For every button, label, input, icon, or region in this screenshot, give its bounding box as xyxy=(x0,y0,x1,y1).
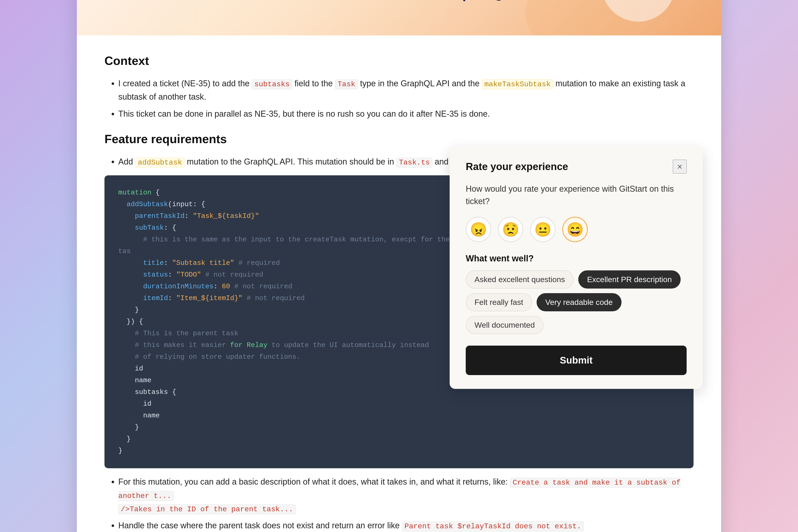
header-banner: Finished Estimated Cost: 100-150 credits… xyxy=(77,0,721,35)
tag-felt-fast[interactable]: Felt really fast xyxy=(466,293,532,311)
emoji-neutral[interactable]: 😐 xyxy=(530,217,555,242)
popup-question: How would you rate your experience with … xyxy=(466,183,687,208)
popup-title: Rate your experience xyxy=(466,161,568,172)
tag-asked-questions[interactable]: Asked excellent questions xyxy=(466,270,574,288)
close-button[interactable]: × xyxy=(673,160,687,173)
emoji-row: 😠 😟 😐 😄 xyxy=(466,217,687,242)
context-title: Context xyxy=(104,54,694,68)
submit-button[interactable]: Submit xyxy=(466,346,687,375)
rating-popup: Rate your experience × How would you rat… xyxy=(450,146,703,389)
content-area: Context I created a ticket (NE-35) to ad… xyxy=(77,35,721,532)
went-well-title: What went well? xyxy=(466,253,687,264)
after-code-list: For this mutation, you can add a basic d… xyxy=(104,475,694,532)
after-code-bullet-2: Handle the case where the parent task do… xyxy=(118,519,694,532)
context-section: Context I created a ticket (NE-35) to ad… xyxy=(104,54,694,120)
context-bullet-1: I created a ticket (NE-35) to add the su… xyxy=(118,77,694,103)
tags-container: Asked excellent questions Excellent PR d… xyxy=(466,270,687,334)
feature-requirements-title: Feature requirements xyxy=(104,132,694,146)
main-card: Finished Estimated Cost: 100-150 credits… xyxy=(77,0,721,532)
context-bullet-2: This ticket can be done in parallel as N… xyxy=(118,107,694,120)
popup-header: Rate your experience × xyxy=(466,160,687,173)
tag-readable-code[interactable]: Very readable code xyxy=(537,293,622,311)
emoji-happy[interactable]: 😄 xyxy=(563,217,588,242)
emoji-sad[interactable]: 😟 xyxy=(498,217,523,242)
after-code-bullet-1: For this mutation, you can add a basic d… xyxy=(118,475,694,515)
emoji-angry[interactable]: 😠 xyxy=(466,217,491,242)
context-list: I created a ticket (NE-35) to add the su… xyxy=(104,77,694,120)
page-title: Add addSubtask mutation to the GraphQL A… xyxy=(104,0,694,2)
tag-excellent-pr[interactable]: Excellent PR description xyxy=(578,270,681,288)
tag-well-documented[interactable]: Well documented xyxy=(466,316,544,334)
